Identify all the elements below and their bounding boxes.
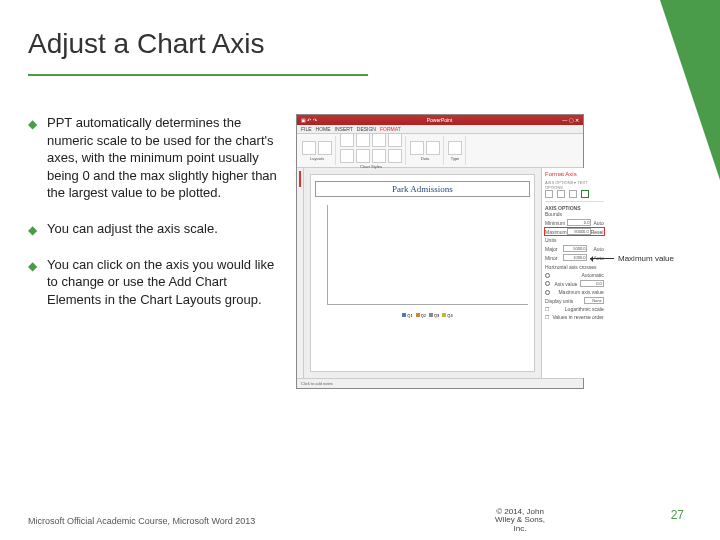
ribbon-group: Type <box>445 136 466 165</box>
pane-subtitle: AXIS OPTIONS ▾ TEXT OPTIONS <box>545 180 604 190</box>
chart-bars <box>327 205 528 305</box>
max-input[interactable]: 90000.0 <box>567 228 591 235</box>
content-row: ◆PPT automatically determines the numeri… <box>0 76 720 389</box>
ribbon-button[interactable] <box>410 141 424 155</box>
major-label: Major <box>545 246 558 252</box>
pane-title: Format Axis <box>545 171 604 177</box>
pane-tab-icons <box>545 190 604 198</box>
ribbon-button[interactable] <box>388 133 402 147</box>
notes-prompt[interactable]: Click to add notes <box>301 381 333 386</box>
size-icon[interactable] <box>569 190 577 198</box>
slide-decor-triangle <box>660 0 720 180</box>
ribbon-button[interactable] <box>426 141 440 155</box>
ribbon-button[interactable] <box>340 133 354 147</box>
bullet-icon: ◆ <box>28 222 37 238</box>
bullet-list: ◆PPT automatically determines the numeri… <box>28 114 278 389</box>
ribbon-button[interactable] <box>448 141 462 155</box>
radio-icon[interactable] <box>545 290 550 295</box>
radio-icon[interactable] <box>545 281 550 286</box>
cross-val-input[interactable]: 0.0 <box>580 280 604 287</box>
ribbon-button[interactable] <box>388 149 402 163</box>
slide-canvas: Park Admissions Q1 Q2 <box>310 174 535 372</box>
bullet-icon: ◆ <box>28 116 37 132</box>
page-number: 27 <box>671 508 684 522</box>
ribbon-button[interactable] <box>318 141 332 155</box>
ribbon-group: Chart Styles <box>337 136 406 165</box>
cross-auto[interactable]: Automatic <box>582 272 604 278</box>
slide-thumbnails <box>297 168 304 378</box>
ribbon-body: Layouts Chart Styles Data Type <box>297 134 583 168</box>
cross-label: Horizontal axis crosses <box>545 264 604 270</box>
axis-icon[interactable] <box>581 190 589 198</box>
axis-options-section: AXIS OPTIONS Bounds Minimum0.0Auto Maxim… <box>545 201 604 325</box>
bullet-icon: ◆ <box>28 258 37 274</box>
bullet-item: ◆You can click on the axis you would lik… <box>28 256 278 309</box>
ribbon-tab[interactable]: FILE <box>301 126 312 132</box>
minor-label: Minor <box>545 255 558 261</box>
powerpoint-window: ▣ ↶ ↷ PowerPoint — ▢ ✕ FILE HOME INSERT … <box>296 114 584 389</box>
log-checkbox[interactable]: Logarithmic scale <box>565 306 604 312</box>
auto-label: Auto <box>593 220 603 226</box>
ribbon-group: Layouts <box>299 136 336 165</box>
bullet-text: You can adjust the axis scale. <box>47 220 218 238</box>
edit-area: Park Admissions Q1 Q2 <box>297 168 583 378</box>
callout-maximum: Maximum value <box>618 254 674 263</box>
copyright-text: © 2014, John Wiley & Sons, Inc. <box>490 508 550 534</box>
status-bar: Click to add notes <box>297 378 583 388</box>
reverse-checkbox[interactable]: Values in reverse order <box>552 314 603 320</box>
ribbon-button[interactable] <box>356 133 370 147</box>
auto-label: Auto <box>593 246 603 252</box>
slide-thumb[interactable] <box>299 171 301 187</box>
footer-text: Microsoft Official Academic Course, Micr… <box>28 516 255 526</box>
quick-access: ▣ ↶ ↷ <box>301 117 317 123</box>
ribbon-button[interactable] <box>356 149 370 163</box>
min-label: Minimum <box>545 220 565 226</box>
title-bar: ▣ ↶ ↷ PowerPoint — ▢ ✕ <box>297 115 583 125</box>
display-select[interactable]: None <box>584 297 604 304</box>
window-controls: — ▢ ✕ <box>562 117 579 123</box>
window-title: PowerPoint <box>427 117 453 123</box>
figure-container: ▣ ↶ ↷ PowerPoint — ▢ ✕ FILE HOME INSERT … <box>296 114 676 389</box>
units-label: Units <box>545 237 604 243</box>
radio-icon[interactable] <box>545 273 550 278</box>
bullet-item: ◆PPT automatically determines the numeri… <box>28 114 278 202</box>
format-axis-pane: Format Axis AXIS OPTIONS ▾ TEXT OPTIONS … <box>541 168 607 378</box>
bullet-text: PPT automatically determines the numeric… <box>47 114 278 202</box>
effects-icon[interactable] <box>557 190 565 198</box>
max-label: Maximum <box>545 229 567 235</box>
ribbon-tab[interactable]: HOME <box>316 126 331 132</box>
ribbon-button[interactable] <box>302 141 316 155</box>
ribbon-group: Data <box>407 136 444 165</box>
bounds-label: Bounds <box>545 211 604 217</box>
chart[interactable]: Q1 Q2 Q3 Q4 <box>315 201 530 331</box>
reset-button[interactable]: Reset <box>591 229 604 235</box>
bullet-text: You can click on the axis you would like… <box>47 256 278 309</box>
ribbon-button[interactable] <box>372 133 386 147</box>
ribbon-button[interactable] <box>340 149 354 163</box>
cross-val[interactable]: Axis value <box>554 281 577 287</box>
chart-legend: Q1 Q2 Q3 Q4 <box>327 313 528 318</box>
fill-icon[interactable] <box>545 190 553 198</box>
chart-title: Park Admissions <box>315 181 530 197</box>
ribbon-button[interactable] <box>372 149 386 163</box>
callout-arrow <box>590 258 614 259</box>
major-input[interactable]: 5000.0 <box>563 245 587 252</box>
slide-title: Adjust a Chart Axis <box>0 0 720 68</box>
bullet-item: ◆You can adjust the axis scale. <box>28 220 278 238</box>
min-input[interactable]: 0.0 <box>567 219 591 226</box>
display-label: Display units <box>545 298 573 304</box>
minor-input[interactable]: 1000.0 <box>563 254 587 261</box>
cross-max[interactable]: Maximum axis value <box>558 289 603 295</box>
